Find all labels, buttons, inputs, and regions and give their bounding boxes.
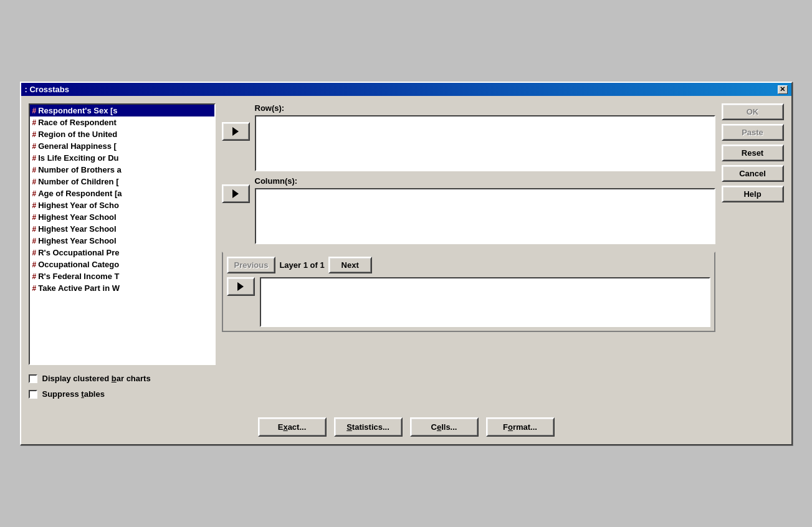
window-body: #Respondent's Sex [s#Race of Respondent#… [21, 96, 791, 444]
columns-arrow-button[interactable] [222, 184, 250, 203]
hash-icon: # [32, 118, 37, 127]
cells-button[interactable]: Cells... [410, 417, 479, 437]
bottom-buttons: Exact... Statistics... Cells... Format..… [29, 411, 784, 437]
suppress-tables-checkbox-row: Suppress tables [29, 389, 784, 399]
list-item-label: Highest Year School [38, 236, 116, 245]
hash-icon: # [32, 189, 37, 198]
list-item-label: Age of Respondent [a [38, 189, 122, 198]
list-item[interactable]: #Number of Brothers a [30, 164, 214, 176]
previous-button[interactable]: Previous [227, 257, 276, 273]
hash-icon: # [32, 178, 37, 186]
columns-field-group: Column(s): [255, 176, 715, 244]
list-item[interactable]: #Region of the United [30, 128, 214, 140]
list-item-label: Take Active Part in W [38, 283, 120, 293]
arrow-right-icon [232, 127, 239, 136]
hash-icon: # [32, 260, 37, 269]
close-button[interactable]: ✕ [778, 85, 788, 94]
list-item[interactable]: #Number of Children [ [30, 176, 214, 188]
statistics-button[interactable]: Statistics... [334, 417, 403, 437]
ok-button[interactable]: OK [722, 103, 784, 120]
list-item-label: R's Federal Income T [38, 272, 119, 281]
next-button[interactable]: Next [328, 257, 372, 273]
layer-label: Layer 1 of 1 [279, 260, 324, 270]
hash-icon: # [32, 272, 37, 281]
suppress-tables-label: Suppress tables [42, 389, 105, 399]
hash-icon: # [32, 166, 37, 174]
window-title: : Crosstabs [25, 85, 70, 94]
list-item[interactable]: #Highest Year School [30, 223, 214, 235]
list-item[interactable]: #Take Active Part in W [30, 282, 214, 294]
middle-section: Row(s): Column(s): Previous Layer 1 of 1 [222, 103, 715, 365]
rows-arrow-button[interactable] [222, 122, 250, 141]
list-item-label: Region of the United [38, 130, 117, 139]
rows-field-group: Row(s): [255, 103, 715, 171]
list-item[interactable]: #Respondent's Sex [s [30, 105, 214, 116]
format-button[interactable]: Format... [486, 417, 555, 437]
arrow-column [222, 103, 250, 244]
hash-icon: # [32, 225, 37, 234]
list-item[interactable]: #General Happiness [ [30, 140, 214, 152]
arrow-right-icon-3 [237, 282, 244, 291]
bar-charts-checkbox-row: Display clustered bar charts [29, 374, 784, 383]
hash-icon: # [32, 213, 37, 222]
list-item-label: Highest Year of Scho [38, 201, 119, 210]
list-item[interactable]: #Highest Year of Scho [30, 199, 214, 211]
suppress-tables-checkbox[interactable] [29, 390, 37, 399]
help-button[interactable]: Help [722, 186, 784, 202]
row-column-area: Row(s): Column(s): [222, 103, 715, 244]
hash-icon: # [32, 201, 37, 210]
reset-button[interactable]: Reset [722, 145, 784, 161]
hash-icon: # [32, 249, 37, 257]
variable-listbox[interactable]: #Respondent's Sex [s#Race of Respondent#… [29, 103, 216, 365]
hash-icon: # [32, 142, 37, 151]
layer-content [227, 277, 710, 327]
hash-icon: # [32, 284, 37, 293]
list-item-label: Respondent's Sex [s [38, 106, 117, 115]
fields-column: Row(s): Column(s): [255, 103, 715, 244]
crosstabs-dialog: : Crosstabs ✕ #Respondent's Sex [s#Race … [20, 82, 793, 445]
paste-button[interactable]: Paste [722, 124, 784, 141]
layer-field-box[interactable] [260, 277, 710, 327]
bar-charts-checkbox[interactable] [29, 374, 37, 383]
layer-header: Previous Layer 1 of 1 Next [227, 257, 710, 273]
list-item-label: Number of Brothers a [38, 165, 122, 174]
list-item-label: Occupational Catego [38, 260, 119, 269]
layer-section: Previous Layer 1 of 1 Next [222, 252, 715, 332]
list-item[interactable]: #R's Occupational Pre [30, 247, 214, 259]
hash-icon: # [32, 237, 37, 245]
main-content: #Respondent's Sex [s#Race of Respondent#… [29, 103, 784, 365]
rows-field-box[interactable] [255, 115, 715, 171]
checkboxes-area: Display clustered bar charts Suppress ta… [29, 374, 784, 399]
columns-label: Column(s): [255, 176, 715, 186]
list-item[interactable]: #Is Life Exciting or Du [30, 152, 214, 164]
arrow-right-icon-2 [232, 189, 239, 198]
list-item[interactable]: #Highest Year School [30, 211, 214, 223]
list-item[interactable]: #Race of Respondent [30, 116, 214, 128]
exact-button[interactable]: Exact... [258, 417, 327, 437]
layer-arrow-button[interactable] [227, 277, 255, 296]
list-item[interactable]: #Occupational Catego [30, 259, 214, 270]
hash-icon: # [32, 130, 37, 139]
columns-field-box[interactable] [255, 188, 715, 244]
variable-list-container: #Respondent's Sex [s#Race of Respondent#… [29, 103, 216, 365]
hash-icon: # [32, 107, 37, 115]
list-item-label: Race of Respondent [38, 118, 117, 127]
title-bar: : Crosstabs ✕ [21, 83, 791, 96]
rows-label: Row(s): [255, 103, 715, 113]
cancel-button[interactable]: Cancel [722, 165, 784, 182]
list-item-label: R's Occupational Pre [38, 248, 119, 257]
list-item-label: Number of Children [ [38, 177, 118, 186]
list-item-label: Highest Year School [38, 212, 116, 222]
list-item-label: General Happiness [ [38, 141, 117, 151]
hash-icon: # [32, 154, 37, 163]
list-item[interactable]: #Age of Respondent [a [30, 188, 214, 199]
list-item[interactable]: #Highest Year School [30, 235, 214, 247]
right-buttons: OK Paste Reset Cancel Help [722, 103, 784, 365]
list-item-label: Highest Year School [38, 224, 116, 234]
list-item-label: Is Life Exciting or Du [38, 153, 118, 163]
bar-charts-label: Display clustered bar charts [42, 374, 151, 383]
list-item[interactable]: #R's Federal Income T [30, 270, 214, 282]
